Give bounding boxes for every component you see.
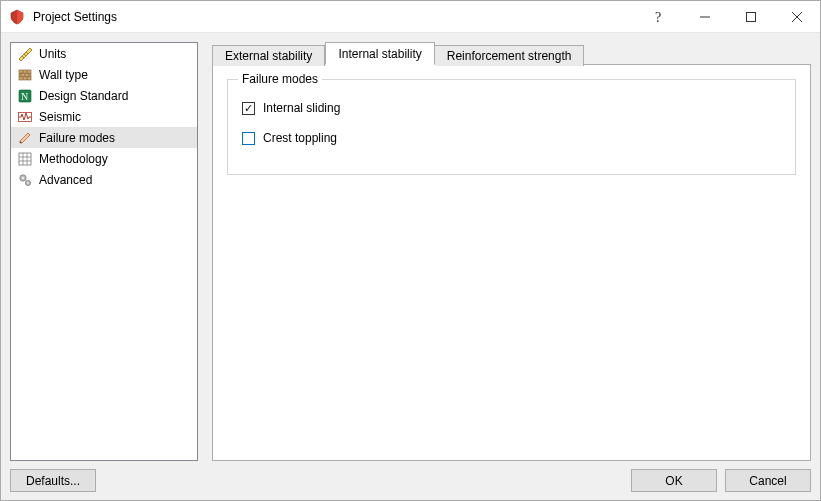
svg-text:N: N [21,91,28,102]
tab-bar: External stability Internal stability Re… [212,42,811,65]
sidebar-item-label: Methodology [39,152,108,166]
checkbox-row-crest-toppling[interactable]: Crest toppling [242,128,781,148]
sidebar-item-failure-modes[interactable]: Failure modes [11,127,197,148]
button-label: Defaults... [26,474,80,488]
tab-panel: Failure modes ✓ Internal sliding Crest t… [212,64,811,461]
checkbox-crest-toppling[interactable] [242,132,255,145]
category-list: Units Wall type N Design Standard [10,42,198,461]
svg-marker-5 [19,48,32,61]
sidebar-item-label: Units [39,47,66,61]
svg-point-32 [27,182,29,184]
wall-icon [17,67,33,83]
titlebar: Project Settings ? [1,1,820,33]
cancel-button[interactable]: Cancel [725,469,811,492]
svg-text:?: ? [655,10,661,24]
button-label: OK [665,474,682,488]
tab-external-stability[interactable]: External stability [212,45,325,66]
sidebar-item-label: Seismic [39,110,81,124]
help-button[interactable]: ? [636,2,682,32]
main-row: Units Wall type N Design Standard [10,42,811,461]
svg-rect-24 [19,153,31,165]
minimize-button[interactable] [682,2,728,32]
sidebar-item-label: Wall type [39,68,88,82]
table-icon [17,151,33,167]
button-label: Cancel [749,474,786,488]
checkbox-row-internal-sliding[interactable]: ✓ Internal sliding [242,98,781,118]
svg-marker-22 [20,133,30,143]
ruler-icon [17,46,33,62]
app-icon [9,9,25,25]
svg-rect-2 [747,12,756,21]
maximize-button[interactable] [728,2,774,32]
sidebar-item-advanced[interactable]: Advanced [11,169,197,190]
failure-modes-group: Failure modes ✓ Internal sliding Crest t… [227,79,796,175]
dialog-footer: Defaults... OK Cancel [10,461,811,492]
checkbox-label: Crest toppling [263,131,337,145]
gears-icon [17,172,33,188]
tab-label: Reinforcement strength [447,49,572,63]
checkbox-internal-sliding[interactable]: ✓ [242,102,255,115]
sidebar-item-label: Design Standard [39,89,128,103]
svg-point-30 [22,177,24,179]
sidebar-item-seismic[interactable]: Seismic [11,106,197,127]
client-area: Units Wall type N Design Standard [1,33,820,500]
tab-internal-stability[interactable]: Internal stability [325,42,434,65]
pencil-icon [17,130,33,146]
sidebar-item-design-standard[interactable]: N Design Standard [11,85,197,106]
checkbox-label: Internal sliding [263,101,340,115]
tab-label: External stability [225,49,312,63]
ok-button[interactable]: OK [631,469,717,492]
check-icon: ✓ [244,103,253,114]
dialog-window: Project Settings ? Units [0,0,821,501]
tab-reinforcement-strength[interactable]: Reinforcement strength [435,45,585,66]
seismic-icon [17,109,33,125]
sidebar-item-methodology[interactable]: Methodology [11,148,197,169]
sidebar-item-wall-type[interactable]: Wall type [11,64,197,85]
sidebar-item-label: Advanced [39,173,92,187]
standard-icon: N [17,88,33,104]
sidebar-item-units[interactable]: Units [11,43,197,64]
tab-label: Internal stability [338,47,421,61]
sidebar-item-label: Failure modes [39,131,115,145]
group-legend: Failure modes [238,72,322,86]
close-button[interactable] [774,2,820,32]
content-area: External stability Internal stability Re… [212,42,811,461]
defaults-button[interactable]: Defaults... [10,469,96,492]
window-title: Project Settings [33,10,117,24]
